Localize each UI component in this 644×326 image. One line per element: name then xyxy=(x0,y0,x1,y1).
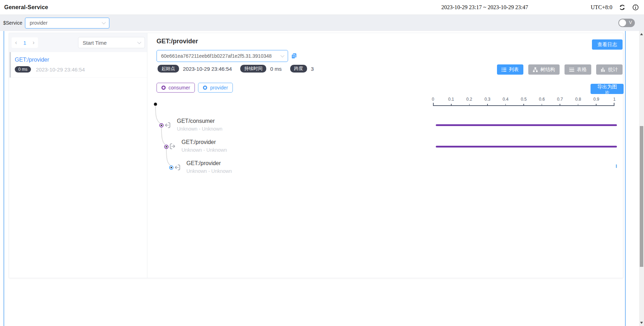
app-header: General-Service 2023-10-29 23:17 ~ 2023-… xyxy=(0,0,644,15)
trace-list-item[interactable]: GET:/provider 0 ms 2023-10-29 23:46:54 xyxy=(9,52,147,78)
span-bar-consumer[interactable] xyxy=(436,124,617,126)
timezone-label: UTC+8:0 xyxy=(591,4,612,11)
exit-span-icon xyxy=(169,143,176,150)
meta-value-duration: 0 ms xyxy=(270,66,282,72)
circle-icon xyxy=(203,86,207,90)
trace-title: GET:/provider xyxy=(157,38,198,45)
legend-chip-provider[interactable]: provider xyxy=(198,83,233,93)
span-name: GET/consumer xyxy=(177,118,222,124)
meta-value-start: 2023-10-29 23:46:54 xyxy=(183,66,232,72)
service-select-value: provider xyxy=(30,20,47,26)
trace-item-time: 2023-10-29 23:46:54 xyxy=(36,67,85,73)
meta-value-spans: 3 xyxy=(311,66,314,72)
scroll-up-icon[interactable] xyxy=(639,32,644,37)
copy-icon[interactable] xyxy=(291,52,298,59)
span-name: GET:/provider xyxy=(186,160,232,167)
refresh-icon[interactable] xyxy=(619,4,626,11)
legend-chip-consumer[interactable]: consumer xyxy=(157,83,195,93)
span-detail: Unknown - Unknown xyxy=(186,168,232,174)
entry-span-icon xyxy=(174,164,181,171)
sort-select-value: Start Time xyxy=(83,40,107,46)
service-legend: consumer provider xyxy=(157,83,233,93)
meta-badge-spans: 跨度 xyxy=(290,65,307,73)
span-detail: Unknown - Unknown xyxy=(177,126,222,132)
trace-page: ‹ 1 › Start Time GET:/provider 0 ms 2023… xyxy=(0,31,644,326)
trace-list-panel: ‹ 1 › Start Time GET:/provider 0 ms 2023… xyxy=(9,33,147,278)
service-label: $Service xyxy=(3,20,22,26)
meta-badge-start: 起始点 xyxy=(158,65,179,73)
trace-id-value: 60e661ea767211eeb6f1b0227af1e2f5.31.3910… xyxy=(161,53,272,59)
trace-meta: 起始点 2023-10-29 23:46:54 持续时间 0 ms 跨度 3 xyxy=(158,65,322,73)
time-range: 2023-10-29 23:17 ~ 2023-10-29 23:47 xyxy=(441,4,528,11)
chevron-down-icon xyxy=(280,54,284,57)
page-number[interactable]: 1 xyxy=(23,40,26,46)
service-toolbar: $Service provider V xyxy=(0,15,644,31)
trace-id-select[interactable]: 60e661ea767211eeb6f1b0227af1e2f5.31.3910… xyxy=(157,50,288,62)
left-divider xyxy=(4,31,4,326)
sort-select[interactable]: Start Time xyxy=(78,37,145,48)
span-dot xyxy=(164,145,168,149)
trace-item-title[interactable]: GET:/provider xyxy=(15,57,144,63)
next-page-icon[interactable]: › xyxy=(33,40,34,45)
pagination: ‹ 1 › xyxy=(12,37,38,48)
right-divider[interactable] xyxy=(625,31,626,326)
version-toggle[interactable]: V xyxy=(618,19,635,27)
span-detail: Unknown - Unknown xyxy=(181,147,227,153)
circle-icon xyxy=(161,86,166,90)
meta-badge-duration: 持续时间 xyxy=(240,65,266,73)
span-dot xyxy=(159,123,164,127)
chevron-down-icon xyxy=(102,20,106,24)
toggle-knob xyxy=(619,19,626,26)
page-title: General-Service xyxy=(4,4,48,11)
span-bar-provider-exit[interactable] xyxy=(436,146,617,148)
trace-list-header: ‹ 1 › Start Time xyxy=(9,33,147,52)
vertical-scrollbar[interactable] xyxy=(639,31,644,326)
span-bars xyxy=(436,33,617,181)
service-select[interactable]: provider xyxy=(25,18,109,29)
scrollbar-thumb[interactable] xyxy=(640,126,643,267)
chevron-down-icon xyxy=(137,40,141,44)
trace-panel: ‹ 1 › Start Time GET:/provider 0 ms 2023… xyxy=(9,33,623,278)
span-dot xyxy=(169,165,173,170)
prev-page-icon[interactable]: ‹ xyxy=(15,40,17,45)
span-bar-provider-entry[interactable] xyxy=(616,164,617,168)
selected-accent xyxy=(9,52,11,77)
toggle-label: V xyxy=(629,20,632,25)
scroll-down-icon[interactable] xyxy=(639,320,644,325)
entry-span-icon xyxy=(164,122,171,128)
trace-detail-panel: GET:/provider 查看日志 60e661ea767211eeb6f1b… xyxy=(147,33,623,278)
info-icon[interactable] xyxy=(632,4,639,11)
span-name: GET:/provider xyxy=(181,139,227,145)
duration-badge: 0 ms xyxy=(15,66,31,73)
